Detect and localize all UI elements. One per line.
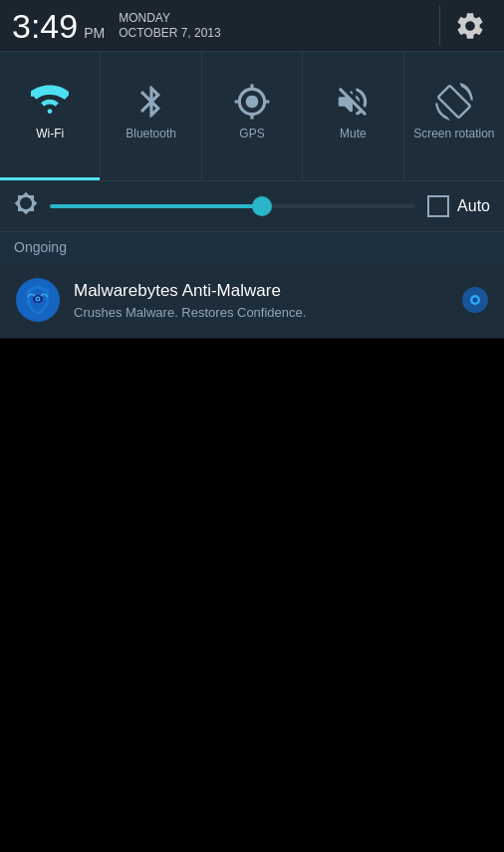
svg-point-7	[473, 298, 478, 303]
ongoing-title: Ongoing	[14, 239, 67, 255]
brightness-icon	[14, 191, 38, 221]
app-icon-wrap	[14, 276, 62, 324]
auto-brightness-toggle[interactable]: Auto	[427, 195, 490, 217]
brightness-track	[50, 204, 415, 208]
brightness-thumb	[252, 196, 272, 216]
bluetooth-label: Bluetooth	[126, 127, 176, 141]
screen-rotation-label: Screen rotation	[413, 127, 494, 141]
wifi-label: Wi-Fi	[36, 127, 64, 141]
status-left: 3:49 PM MONDAY OCTOBER 7, 2013	[12, 9, 221, 43]
date-day: MONDAY	[119, 11, 170, 25]
notification-subtitle: Crushes Malware. Restores Confidence.	[74, 305, 448, 320]
sun-icon	[14, 191, 38, 215]
screen-rotation-icon	[435, 83, 473, 121]
gps-icon	[233, 83, 271, 121]
auto-label: Auto	[457, 197, 490, 215]
malwarebytes-icon	[15, 277, 61, 323]
auto-checkbox[interactable]	[427, 195, 449, 217]
gear-icon	[454, 10, 486, 42]
quick-settings-wifi[interactable]: Wi-Fi	[0, 52, 101, 180]
clock-ampm: PM	[84, 25, 105, 41]
status-bar-divider	[439, 6, 440, 46]
quick-settings-mute[interactable]: Mute	[303, 52, 403, 180]
malwarebytes-small-icon	[461, 286, 489, 314]
status-bar: 3:49 PM MONDAY OCTOBER 7, 2013	[0, 0, 504, 52]
gps-label: GPS	[239, 127, 264, 141]
bottom-area	[0, 339, 504, 852]
quick-settings-screen-rotation[interactable]: Screen rotation	[404, 52, 504, 180]
notification-right-icon	[460, 285, 490, 315]
notification-text: Malwarebytes Anti-Malware Crushes Malwar…	[74, 281, 448, 320]
brightness-row: Auto	[0, 181, 504, 232]
mute-icon	[334, 83, 372, 121]
clock-time: 3:49	[12, 9, 78, 43]
wifi-icon	[31, 83, 69, 121]
time-block: 3:49 PM	[12, 9, 105, 43]
date-full: OCTOBER 7, 2013	[119, 26, 221, 40]
svg-point-4	[37, 298, 39, 300]
quick-settings-bluetooth[interactable]: Bluetooth	[101, 52, 201, 180]
notification-title: Malwarebytes Anti-Malware	[74, 281, 448, 301]
quick-settings-panel: Wi-Fi Bluetooth GPS Mute Screen rotation	[0, 52, 504, 181]
brightness-fill	[50, 204, 262, 208]
bluetooth-icon	[132, 83, 170, 121]
date-block: MONDAY OCTOBER 7, 2013	[119, 11, 221, 40]
ongoing-section-header: Ongoing	[0, 232, 504, 262]
mute-label: Mute	[340, 127, 367, 141]
malwarebytes-notification[interactable]: Malwarebytes Anti-Malware Crushes Malwar…	[0, 262, 504, 339]
settings-button[interactable]	[448, 4, 492, 48]
quick-settings-gps[interactable]: GPS	[202, 52, 303, 180]
brightness-slider[interactable]	[50, 196, 415, 216]
